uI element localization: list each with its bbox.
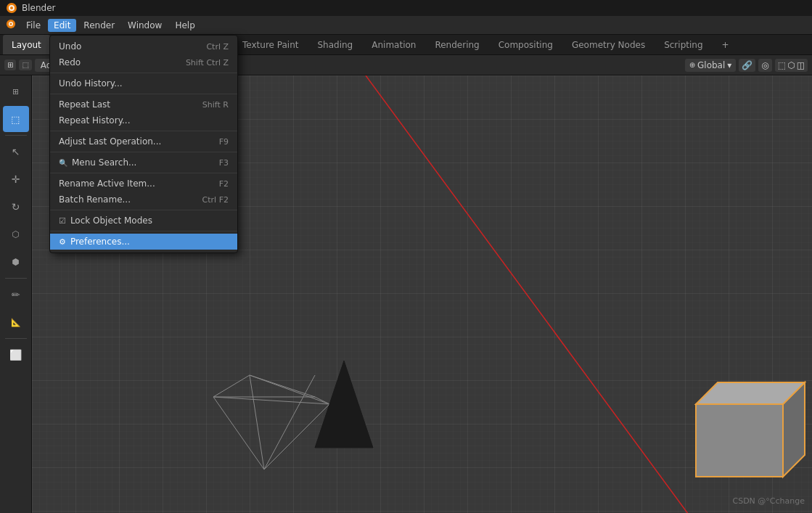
- repeat-last-label: Repeat Last: [59, 99, 110, 110]
- global-orientation-label: Global: [697, 60, 725, 70]
- menu-sep-5: [50, 173, 237, 173]
- tab-animation[interactable]: Animation: [363, 35, 425, 54]
- svg-point-5: [9, 22, 12, 25]
- left-toolbar: ⊞ ⬚ ↖ ✛ ↻ ⬡ ⬢ ✏ 📐 ⬜: [0, 75, 32, 513]
- blender-logo: [6, 2, 17, 14]
- viewport-opt1: ⬚: [778, 60, 786, 70]
- batch-rename-label: Batch Rename...: [59, 194, 131, 205]
- title-text: Blender: [22, 3, 56, 13]
- annotate-tool[interactable]: ✏: [3, 282, 29, 308]
- tab-geometry-nodes[interactable]: Geometry Nodes: [563, 35, 654, 54]
- tab-scripting[interactable]: Scripting: [655, 35, 711, 54]
- svg-marker-11: [213, 375, 329, 404]
- measure-tool[interactable]: 📐: [3, 309, 29, 335]
- toolbar-separator-2: [5, 278, 27, 279]
- title-bar: Blender: [0, 0, 812, 16]
- menu-sep-1: [50, 73, 237, 73]
- menu-search-label: Menu Search...: [72, 157, 136, 168]
- 3d-objects: [177, 303, 540, 484]
- preferences-label: Preferences...: [70, 237, 130, 247]
- tab-texture-paint[interactable]: Texture Paint: [234, 35, 307, 54]
- redo-shortcut: Shift Ctrl Z: [186, 58, 229, 67]
- gear-icon: ⚙: [59, 237, 66, 247]
- global-orientation-icon: ⊕: [689, 61, 695, 69]
- global-orientation-selector[interactable]: ⊕ Global ▾: [685, 59, 737, 72]
- menu-sep-3: [50, 131, 237, 131]
- undo-label: Undo: [59, 41, 81, 52]
- adjust-last-shortcut: F9: [219, 137, 229, 147]
- adjust-last-label: Adjust Last Operation...: [59, 136, 161, 147]
- svg-line-13: [250, 375, 315, 397]
- menu-bar: File Edit Render Window Help: [0, 16, 812, 35]
- viewport-overlay-toggle[interactable]: ⊞: [4, 59, 16, 70]
- transform-tool[interactable]: ⬢: [3, 249, 29, 275]
- proportional-edit-button[interactable]: ◎: [758, 59, 771, 72]
- menu-sep-7: [50, 231, 237, 231]
- svg-point-2: [10, 7, 13, 9]
- svg-line-7: [213, 397, 264, 469]
- viewport-opt3: ◫: [797, 60, 805, 70]
- blender-icon-btn[interactable]: [3, 17, 19, 33]
- snap-button[interactable]: 🔗: [739, 59, 755, 72]
- tab-rendering[interactable]: Rendering: [426, 35, 488, 54]
- viewport-overlay-text: CSDN @°Cchange: [732, 496, 805, 506]
- cursor-tool[interactable]: ↖: [3, 139, 29, 165]
- batch-rename-menu-item[interactable]: Batch Rename... Ctrl F2: [50, 192, 237, 208]
- undo-history-menu-item[interactable]: Undo History...: [50, 75, 237, 91]
- edit-dropdown-menu: Undo Ctrl Z Redo Shift Ctrl Z Undo Histo…: [49, 35, 238, 253]
- preferences-menu-item[interactable]: ⚙ Preferences...: [50, 234, 237, 250]
- viewport-shading-toggle[interactable]: ⬚: [19, 59, 31, 70]
- help-menu-item[interactable]: Help: [169, 19, 200, 32]
- svg-marker-15: [696, 404, 783, 477]
- toolbar-separator-3: [5, 338, 27, 339]
- scale-tool[interactable]: ⬡: [3, 221, 29, 247]
- menu-sep-4: [50, 152, 237, 152]
- rename-active-shortcut: F2: [219, 179, 229, 189]
- tab-shading[interactable]: Shading: [308, 35, 361, 54]
- search-icon: 🔍: [59, 159, 67, 167]
- lock-object-modes-checkbox: ☑: [59, 216, 66, 226]
- redo-label: Redo: [59, 57, 81, 67]
- undo-menu-item[interactable]: Undo Ctrl Z: [50, 38, 237, 54]
- adjust-last-menu-item[interactable]: Adjust Last Operation... F9: [50, 134, 237, 149]
- batch-rename-shortcut: Ctrl F2: [202, 195, 229, 205]
- select-box-tool[interactable]: ⬚: [3, 106, 29, 132]
- rename-active-menu-item[interactable]: Rename Active Item... F2: [50, 176, 237, 192]
- repeat-last-menu-item[interactable]: Repeat Last Shift R: [50, 97, 237, 112]
- move-tool[interactable]: ✛: [3, 166, 29, 192]
- render-menu-item[interactable]: Render: [78, 19, 120, 32]
- undo-history-label: Undo History...: [59, 78, 123, 89]
- svg-line-8: [250, 375, 264, 469]
- lock-object-modes-label: Lock Object Modes: [70, 216, 152, 226]
- undo-shortcut: Ctrl Z: [206, 42, 229, 52]
- menu-search-item[interactable]: 🔍 Menu Search... F3: [50, 155, 237, 171]
- toolbar-separator-1: [5, 135, 27, 136]
- rename-active-label: Rename Active Item...: [59, 178, 155, 189]
- mode-selector-button[interactable]: ⊞: [3, 78, 29, 104]
- menu-search-shortcut: F3: [219, 158, 229, 168]
- rotate-tool[interactable]: ↻: [3, 194, 29, 220]
- tab-layout[interactable]: Layout: [3, 35, 50, 54]
- edit-menu-item[interactable]: Edit: [48, 19, 76, 32]
- menu-sep-2: [50, 94, 237, 94]
- viewport-opt2: ⬡: [787, 60, 795, 70]
- lock-object-modes-menu-item[interactable]: ☑ Lock Object Modes: [50, 213, 237, 229]
- viewport-options[interactable]: ⬚ ⬡ ◫: [775, 59, 808, 72]
- add-workspace-button[interactable]: +: [716, 35, 735, 54]
- global-orientation-dropdown-icon: ▾: [727, 60, 731, 70]
- repeat-history-menu-item[interactable]: Repeat History...: [50, 112, 237, 128]
- repeat-last-shortcut: Shift R: [202, 100, 229, 110]
- repeat-history-label: Repeat History...: [59, 115, 130, 126]
- file-menu-item[interactable]: File: [20, 19, 46, 32]
- cube-object: [681, 375, 812, 484]
- menu-sep-6: [50, 210, 237, 210]
- redo-menu-item[interactable]: Redo Shift Ctrl Z: [50, 54, 237, 70]
- add-primitive-tool[interactable]: ⬜: [3, 342, 29, 368]
- window-menu-item[interactable]: Window: [122, 19, 168, 32]
- tab-compositing[interactable]: Compositing: [490, 35, 562, 54]
